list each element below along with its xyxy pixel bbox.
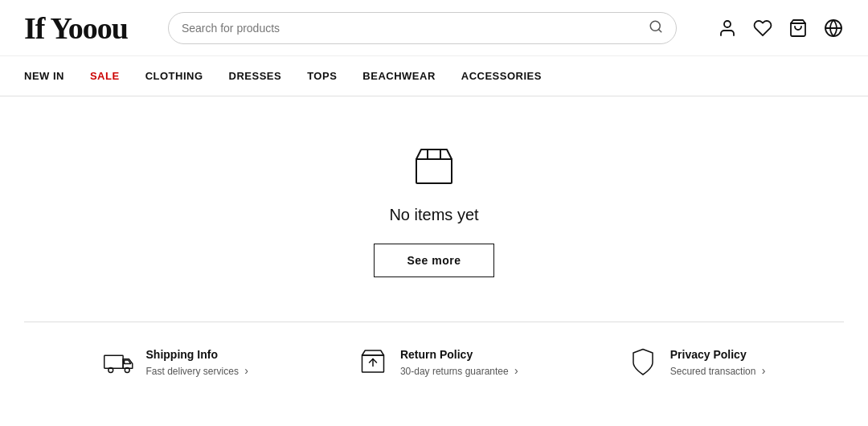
header-icons: [717, 18, 844, 39]
header: If Yooou: [0, 0, 868, 56]
footer-item-return[interactable]: Return Policy 30-day returns guarantee ›: [357, 346, 518, 379]
return-title: Return Policy: [400, 348, 518, 361]
svg-rect-9: [104, 355, 122, 368]
nav-item-sale[interactable]: SALE: [90, 70, 120, 82]
no-items-text: No items yet: [389, 206, 478, 224]
shield-icon: [627, 346, 659, 379]
footer-item-privacy[interactable]: Privacy Policy Secured transaction ›: [627, 346, 766, 379]
shipping-title: Shipping Info: [146, 348, 248, 361]
footer-item-shipping[interactable]: Shipping Info Fast delivery services ›: [103, 346, 248, 379]
nav-item-accessories[interactable]: ACCESSORIES: [461, 70, 542, 82]
footer-return-text: Return Policy 30-day returns guarantee ›: [400, 348, 518, 377]
truck-icon: [103, 346, 135, 379]
svg-rect-6: [416, 159, 452, 183]
nav-item-dresses[interactable]: DRESSES: [229, 70, 282, 82]
main-nav: NEW IN SALE CLOTHING DRESSES TOPS BEACHW…: [0, 56, 868, 96]
shipping-subtitle: Fast delivery services ›: [146, 364, 248, 377]
wishlist-icon[interactable]: [752, 18, 773, 39]
user-icon[interactable]: [717, 18, 738, 39]
privacy-title: Privacy Policy: [670, 348, 766, 361]
logo[interactable]: If Yooou: [24, 10, 128, 46]
empty-box-icon: [410, 141, 458, 190]
search-input[interactable]: [182, 22, 642, 35]
cart-icon[interactable]: [788, 18, 809, 39]
nav-item-tops[interactable]: TOPS: [307, 70, 337, 82]
language-icon[interactable]: [823, 18, 844, 39]
svg-rect-8: [428, 150, 440, 159]
return-icon: [357, 346, 389, 379]
svg-point-2: [724, 21, 731, 27]
footer: Shipping Info Fast delivery services › R…: [0, 322, 868, 403]
see-more-button[interactable]: See more: [374, 244, 493, 277]
footer-shipping-text: Shipping Info Fast delivery services ›: [146, 348, 248, 377]
return-subtitle: 30-day returns guarantee ›: [400, 364, 518, 377]
nav-item-clothing[interactable]: CLOTHING: [145, 70, 203, 82]
nav-item-new-in[interactable]: NEW IN: [24, 70, 64, 82]
main-content: No items yet See more: [0, 96, 868, 322]
svg-line-1: [658, 29, 661, 31]
nav-item-beachwear[interactable]: BEACHWEAR: [362, 70, 435, 82]
search-icon[interactable]: [649, 19, 663, 37]
search-bar: [168, 12, 677, 44]
footer-privacy-text: Privacy Policy Secured transaction ›: [670, 348, 766, 377]
privacy-subtitle: Secured transaction ›: [670, 364, 766, 377]
